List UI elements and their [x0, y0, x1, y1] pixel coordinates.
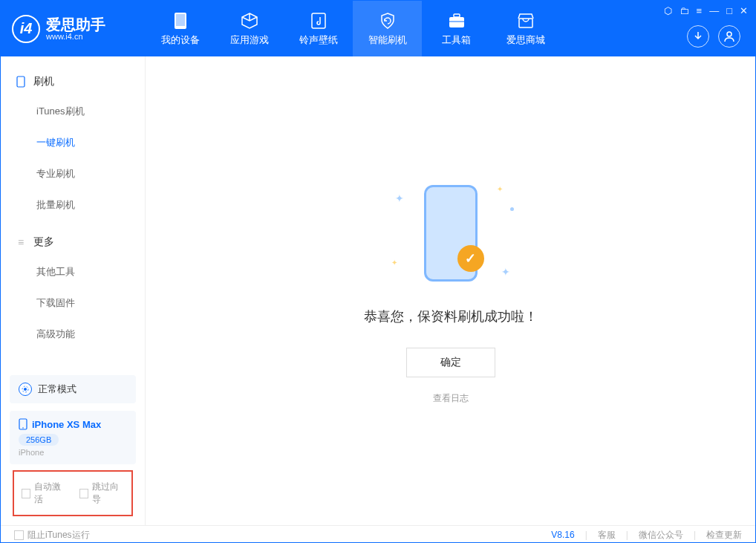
download-icon — [692, 30, 704, 42]
tab-ringtones[interactable]: 铃声壁纸 — [284, 1, 353, 56]
store-icon — [516, 11, 535, 30]
list-icon: ≡ — [16, 237, 26, 247]
ok-button[interactable]: 确定 — [406, 348, 495, 377]
tab-label: 工具箱 — [442, 33, 471, 47]
app-subtitle: www.i4.cn — [46, 32, 105, 41]
phone-icon — [171, 11, 190, 30]
device-name: iPhone XS Max — [32, 419, 101, 430]
svg-rect-8 — [17, 77, 25, 87]
maximize-icon[interactable]: □ — [726, 5, 732, 16]
sidebar-item-other-tools[interactable]: 其他工具 — [1, 256, 145, 287]
sparkle-icon: ✦ — [497, 185, 503, 193]
header-actions — [687, 25, 740, 48]
section-title: 刷机 — [33, 75, 54, 88]
svg-rect-1 — [176, 14, 185, 26]
toolbox-icon — [447, 11, 466, 30]
sparkle-icon: ✦ — [501, 266, 510, 278]
menu-icon[interactable]: ≡ — [697, 5, 703, 16]
phone-illustration: ✓ — [424, 185, 478, 282]
app-title: 爱思助手 — [46, 17, 105, 32]
version-label: V8.16 — [551, 530, 574, 540]
user-button[interactable] — [718, 25, 740, 48]
tab-label: 爱思商城 — [506, 33, 545, 47]
sparkle-icon: ✦ — [395, 192, 404, 204]
success-illustration: ✦ ✦ ✦ ✦ ✓ — [377, 178, 525, 289]
view-log-link[interactable]: 查看日志 — [433, 392, 469, 405]
main-content: ✦ ✦ ✦ ✦ ✓ 恭喜您，保资料刷机成功啦！ 确定 查看日志 — [146, 56, 755, 525]
checkbox-icon — [79, 489, 88, 498]
highlighted-checkbox-row: 自动激活 跳过向导 — [13, 470, 133, 516]
checkbox-skip-guide[interactable]: 跳过向导 — [79, 481, 124, 506]
sparkle-icon: ✦ — [391, 259, 397, 267]
tab-my-device[interactable]: 我的设备 — [146, 1, 215, 56]
sidebar: 刷机 iTunes刷机 一键刷机 专业刷机 批量刷机 ≡ 更多 其他工具 下载固… — [1, 56, 146, 525]
device-type: iPhone — [19, 448, 127, 457]
sidebar-section-more[interactable]: ≡ 更多 — [1, 228, 145, 256]
device-card[interactable]: iPhone XS Max 256GB iPhone — [10, 411, 136, 464]
music-icon — [309, 11, 328, 30]
tab-label: 我的设备 — [161, 33, 200, 47]
svg-rect-4 — [454, 14, 460, 17]
sidebar-item-itunes-flash[interactable]: iTunes刷机 — [1, 96, 145, 127]
svg-point-12 — [22, 427, 24, 429]
tab-label: 智能刷机 — [368, 33, 407, 47]
minimize-icon[interactable]: — — [709, 5, 719, 16]
phone-small-icon — [16, 77, 26, 87]
sidebar-item-advanced[interactable]: 高级功能 — [1, 319, 145, 350]
logo-icon: i4 — [12, 15, 40, 43]
check-badge-icon: ✓ — [457, 245, 484, 272]
footer: 阻止iTunes运行 V8.16 | 客服 | 微信公众号 | 检查更新 — [1, 525, 755, 543]
tab-flash[interactable]: 智能刷机 — [353, 1, 422, 56]
mode-label: 正常模式 — [38, 383, 76, 396]
svg-rect-2 — [312, 13, 325, 28]
sidebar-item-batch-flash[interactable]: 批量刷机 — [1, 189, 145, 221]
sidebar-item-oneclick-flash[interactable]: 一键刷机 — [1, 127, 145, 158]
dot-icon — [510, 207, 514, 211]
close-icon[interactable]: ✕ — [740, 5, 748, 16]
tshirt-icon[interactable]: ⬡ — [664, 5, 672, 16]
nav-tabs: 我的设备 应用游戏 铃声壁纸 智能刷机 工具箱 爱思商城 — [146, 1, 560, 56]
lock-icon[interactable]: 🗀 — [680, 5, 689, 16]
success-message: 恭喜您，保资料刷机成功啦！ — [364, 308, 538, 325]
checkbox-icon — [14, 530, 24, 540]
checkbox-label: 跳过向导 — [92, 481, 124, 506]
checkbox-label: 阻止iTunes运行 — [27, 529, 90, 542]
svg-point-7 — [727, 32, 731, 36]
shield-refresh-icon — [378, 11, 397, 30]
section-title: 更多 — [33, 235, 54, 249]
wechat-link[interactable]: 微信公众号 — [639, 529, 683, 542]
sidebar-item-download-firmware[interactable]: 下载固件 — [1, 287, 145, 319]
user-icon — [723, 30, 735, 42]
device-icon — [19, 418, 27, 430]
logo[interactable]: i4 爱思助手 www.i4.cn — [1, 15, 146, 43]
tab-toolbox[interactable]: 工具箱 — [422, 1, 491, 56]
tab-apps[interactable]: 应用游戏 — [215, 1, 284, 56]
checkbox-icon — [22, 489, 30, 498]
checkbox-auto-activate[interactable]: 自动激活 — [22, 481, 66, 506]
app-header: i4 爱思助手 www.i4.cn 我的设备 应用游戏 铃声壁纸 智能刷机 工具… — [1, 1, 755, 56]
cube-icon — [240, 11, 259, 30]
sidebar-item-pro-flash[interactable]: 专业刷机 — [1, 158, 145, 189]
device-panel: 正常模式 iPhone XS Max 256GB iPhone 自动激活 跳过向… — [1, 366, 145, 525]
tab-store[interactable]: 爱思商城 — [491, 1, 560, 56]
download-button[interactable] — [687, 25, 709, 48]
mode-card[interactable]: 正常模式 — [10, 375, 136, 403]
svg-point-9 — [24, 388, 27, 391]
check-update-link[interactable]: 检查更新 — [706, 529, 742, 542]
sidebar-section-flash[interactable]: 刷机 — [1, 68, 145, 96]
support-link[interactable]: 客服 — [598, 529, 616, 542]
tab-label: 应用游戏 — [230, 33, 269, 47]
window-controls: ⬡ 🗀 ≡ — □ ✕ — [664, 5, 748, 16]
svg-rect-3 — [449, 17, 464, 27]
checkbox-block-itunes[interactable]: 阻止iTunes运行 — [14, 529, 90, 542]
svg-rect-6 — [519, 19, 532, 27]
storage-badge: 256GB — [19, 434, 59, 446]
tab-label: 铃声壁纸 — [299, 33, 338, 47]
checkbox-label: 自动激活 — [34, 481, 66, 506]
mode-icon — [19, 383, 32, 396]
